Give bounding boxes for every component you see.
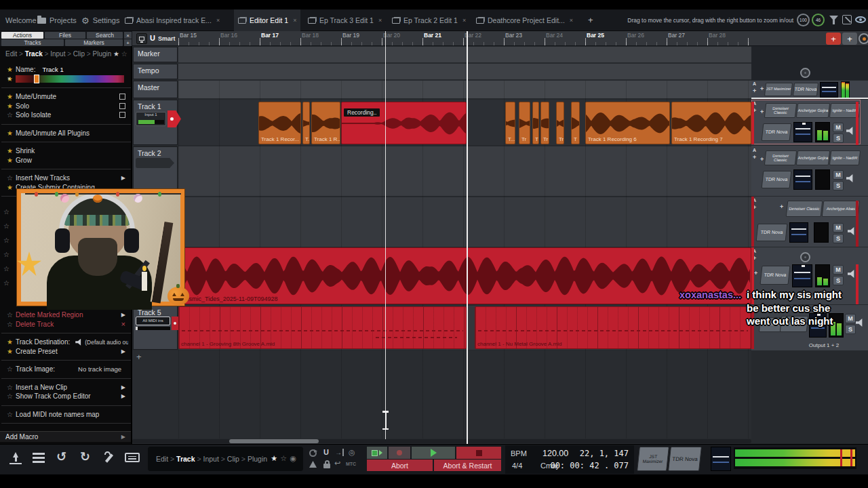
add-plugin-button[interactable]: + bbox=[754, 270, 757, 277]
plugin-chip[interactable]: Ignite - NadIR bbox=[829, 150, 861, 165]
plugin-chip[interactable]: Denoiser Classic bbox=[764, 150, 797, 165]
plugin-thumbnail[interactable] bbox=[789, 222, 808, 243]
tab-close-icon[interactable]: × bbox=[293, 17, 296, 24]
zoom-badge[interactable]: 100 bbox=[797, 14, 810, 26]
timeline-ruler[interactable]: U Smart Bar 15Bar 16Bar 17Bar 18Bar 19Ba… bbox=[132, 31, 868, 46]
star-icon[interactable]: ★ bbox=[4, 93, 16, 100]
editor-tab[interactable]: Ep Track 2 Edit 1× bbox=[388, 9, 470, 31]
add-plugin-button[interactable]: + bbox=[760, 156, 764, 163]
star-outline-icon[interactable]: ☆ bbox=[280, 454, 287, 463]
solo-button[interactable]: S bbox=[833, 234, 844, 243]
star-outline-icon[interactable]: ☆ bbox=[4, 111, 16, 119]
color-thumb[interactable] bbox=[34, 75, 39, 83]
marker-track-header[interactable]: Marker bbox=[133, 47, 178, 62]
stop-button[interactable] bbox=[456, 447, 501, 459]
target-icon[interactable]: ◉ bbox=[290, 454, 296, 463]
panel-add-button[interactable]: + bbox=[124, 39, 132, 46]
plugin-chip[interactable]: Denoiser Classic bbox=[786, 201, 823, 217]
panel-tab-actions[interactable]: Actions bbox=[1, 32, 43, 39]
plugin-chip[interactable]: Archetype Abas bbox=[822, 201, 861, 217]
track2-input-widget[interactable] bbox=[136, 158, 174, 168]
menu-icon-button[interactable] bbox=[33, 453, 45, 464]
bpm-value[interactable]: 120.00 bbox=[542, 449, 568, 458]
add-macro-button[interactable]: Add Macro▶ bbox=[0, 431, 131, 442]
breadcrumb-item[interactable]: Input bbox=[50, 50, 65, 58]
track1-clip[interactable]: Track 1 Recording 6 bbox=[585, 102, 670, 144]
track1-header[interactable]: Track 1 Input 1 bbox=[133, 100, 178, 145]
menu-item[interactable]: ★Create Preset▶ bbox=[4, 347, 128, 357]
menu-item[interactable]: ☆Delete Marked Region▶ bbox=[4, 310, 128, 320]
menu-item[interactable]: ★Mute/Unmute All Plugins bbox=[4, 129, 128, 138]
editor-tab[interactable]: Abasi Inspired track E...× bbox=[121, 9, 224, 31]
menu-item[interactable]: ☆Load MIDI note names map bbox=[4, 410, 128, 420]
track-color-gradient[interactable]: × bbox=[16, 75, 124, 83]
track1-clip[interactable]: T bbox=[571, 102, 580, 144]
plugin-thumbnail[interactable] bbox=[820, 82, 838, 98]
panel-tab-files[interactable]: Files bbox=[45, 32, 85, 39]
add-plugin-button[interactable]: + bbox=[753, 154, 756, 161]
add-track-button[interactable]: + bbox=[826, 33, 841, 45]
star-outline-icon[interactable]: ☆ bbox=[119, 50, 127, 58]
loop-icon[interactable] bbox=[309, 449, 317, 457]
plugin-chip-tdr-nova[interactable]: TDR Nova bbox=[793, 83, 818, 96]
track4-volume-knob[interactable] bbox=[800, 252, 810, 262]
track5-output-label[interactable]: Output 1 + 2 bbox=[790, 342, 858, 348]
star-outline-icon[interactable]: ☆ bbox=[3, 251, 9, 258]
plugin-chip[interactable]: TDR Nova bbox=[756, 224, 788, 241]
level-badge[interactable]: 46 bbox=[812, 14, 825, 26]
track1-clip[interactable]: Track 1 Recording 7 bbox=[671, 102, 751, 144]
solo-button[interactable]: S bbox=[833, 181, 844, 190]
breadcrumb-item[interactable]: Track bbox=[25, 50, 43, 58]
checkbox[interactable] bbox=[119, 112, 125, 118]
track1-clip[interactable]: T... bbox=[302, 102, 310, 144]
star-outline-icon[interactable]: ☆ bbox=[4, 411, 16, 418]
menu-item[interactable]: ★Shrink bbox=[4, 146, 128, 156]
track1-input-widget[interactable]: Input 1 bbox=[136, 112, 166, 126]
track5-midi-clip-1[interactable]: channel 1 - Grooving 8th Groove A.mid bbox=[178, 306, 467, 349]
plugin-thumbnail[interactable] bbox=[792, 264, 812, 287]
track4-audio-clip[interactable]: Cosmic_Tides_2025-11-09T094928 bbox=[178, 247, 751, 304]
track1-clip[interactable]: T bbox=[532, 102, 539, 144]
tab-close-icon[interactable]: × bbox=[378, 17, 382, 24]
star-outline-icon[interactable]: ☆ bbox=[3, 237, 9, 244]
menu-item[interactable]: ☆Track Image:No track image bbox=[4, 365, 128, 374]
star-outline-icon[interactable]: ☆ bbox=[3, 265, 9, 272]
star-outline-icon[interactable]: ☆ bbox=[3, 222, 9, 230]
breadcrumb-item[interactable]: Plugin bbox=[92, 50, 111, 58]
breadcrumb-item[interactable]: Input bbox=[203, 455, 218, 463]
menu-item[interactable]: ☆Show Track Comp Editor▶ bbox=[4, 392, 128, 401]
plugin-thumbnail[interactable] bbox=[793, 169, 812, 190]
breadcrumb-item[interactable]: Edit bbox=[156, 455, 168, 463]
smart-snap-label[interactable]: Smart bbox=[158, 35, 176, 42]
menu-item[interactable]: ★Grow bbox=[4, 156, 128, 165]
abort-button[interactable]: Abort bbox=[367, 460, 433, 471]
pan-mode-icon[interactable] bbox=[842, 15, 852, 24]
snap-u-icon[interactable]: U bbox=[150, 34, 155, 42]
plugin-chip[interactable]: TDR Nova bbox=[762, 171, 792, 188]
play-from-start-button[interactable] bbox=[367, 447, 387, 459]
menu-item[interactable]: ★Track Destination:(Default audio out... bbox=[4, 338, 128, 347]
menu-item[interactable]: ★Name:Track 1 bbox=[4, 65, 128, 75]
solo-button[interactable]: S bbox=[833, 276, 844, 285]
playhead-cursor-line[interactable] bbox=[385, 31, 386, 439]
breadcrumb-item[interactable]: Track bbox=[176, 455, 195, 463]
time-signature[interactable]: 4/4 bbox=[512, 462, 522, 470]
star-icon[interactable]: ★ bbox=[111, 50, 119, 58]
plugin-chip-jst-maximizer[interactable]: JST Maximizer bbox=[764, 83, 793, 96]
master-volume-knob[interactable] bbox=[800, 68, 810, 78]
breadcrumb-item[interactable]: Edit bbox=[5, 50, 17, 58]
editor-tab[interactable]: Deathcore Project Edit...× bbox=[472, 9, 577, 31]
master-plugin-jst[interactable]: JST Maximizer bbox=[637, 447, 669, 471]
panel-close-button[interactable]: × bbox=[124, 32, 132, 39]
play-button[interactable] bbox=[412, 447, 455, 459]
menu-item[interactable]: ★Solo bbox=[4, 102, 128, 111]
menu-item[interactable]: ☆Insert a New Clip▶ bbox=[4, 383, 128, 392]
master-track-header[interactable]: Master bbox=[133, 81, 178, 98]
star-outline-icon[interactable]: ☆ bbox=[4, 392, 16, 400]
mtc-label[interactable]: MTC bbox=[346, 462, 356, 466]
tempo-track-header[interactable]: Tempo bbox=[133, 64, 178, 79]
mute-button[interactable]: M bbox=[833, 265, 844, 274]
favorite-star-icon[interactable]: ★ bbox=[271, 454, 277, 463]
snap-magnet-icon[interactable]: U bbox=[323, 448, 329, 456]
track5-input-widget[interactable]: All MIDI ins bbox=[136, 317, 170, 325]
